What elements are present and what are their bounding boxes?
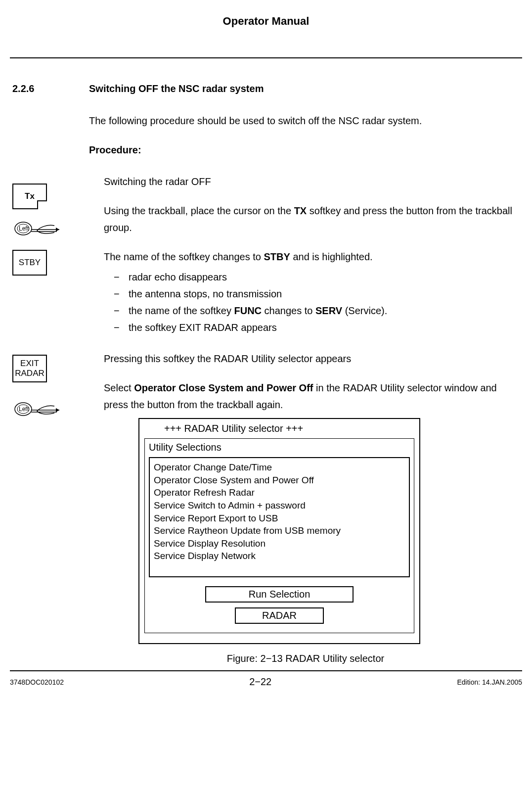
list-item[interactable]: Operator Change Date/Time (154, 461, 405, 474)
radar-button[interactable]: RADAR (235, 607, 324, 624)
step-5: Select Operator Close System and Power O… (89, 379, 522, 413)
figure-caption: Figure: 2−13 RADAR Utility selector (89, 653, 522, 664)
bullet-3-text: the name of the softkey FUNC changes to … (129, 303, 387, 319)
page-footer: 3748DOC020102 2−22 Edition: 14.JAN.2005 (10, 676, 522, 688)
exit-line2: RADAR (15, 369, 44, 378)
dialog-title: +++ RADAR Utility selector +++ (144, 423, 414, 434)
step3-text-a: The name of the softkey changes to (104, 251, 264, 262)
step5-bold: Operator Close System and Power Off (134, 382, 313, 393)
left-column: 2.2.6 Tx Left STBY EXIT RADAR (10, 83, 89, 670)
svg-text:Left: Left (19, 225, 29, 232)
svg-text:Left: Left (19, 406, 29, 413)
section-title: Switching OFF the NSC radar system (89, 83, 522, 94)
bullet-2-text: the antenna stops, no transmission (129, 286, 282, 302)
left-click-hand-icon: Left (12, 217, 67, 237)
footer-page-number: 2−22 (249, 676, 271, 688)
step2-text-a: Using the trackball, place the cursor on… (104, 205, 294, 216)
content-area: 2.2.6 Tx Left STBY EXIT RADAR (10, 83, 522, 670)
footer-edition: Edition: 14.JAN.2005 (457, 678, 522, 686)
procedure-label: Procedure: (89, 144, 522, 156)
page-header-title: Operator Manual (10, 15, 522, 28)
step-4: Pressing this softkey the RADAR Utility … (89, 350, 522, 367)
dialog-inner-frame: Utility Selections Operator Change Date/… (144, 438, 414, 633)
utility-selections-listbox[interactable]: Operator Change Date/Time Operator Close… (149, 457, 410, 577)
section-number: 2.2.6 (12, 83, 89, 94)
step-3: The name of the softkey changes to STBY … (89, 248, 522, 265)
step2-bold: TX (294, 205, 307, 216)
tx-softkey[interactable]: Tx (12, 184, 47, 209)
step3-bold: STBY (264, 251, 290, 262)
tx-softkey-group: Tx (12, 184, 89, 209)
exit-line1: EXIT (20, 359, 39, 369)
list-item[interactable]: Service Display Resolution (154, 537, 405, 550)
run-selection-button[interactable]: Run Selection (205, 586, 354, 603)
stby-softkey[interactable]: STBY (12, 250, 47, 276)
list-item[interactable]: Service Raytheon Update from USB memory (154, 524, 405, 537)
radar-utility-selector-dialog: +++ RADAR Utility selector +++ Utility S… (138, 418, 420, 644)
bullet-1-text: radar echo disappears (129, 269, 227, 285)
left-click-hand-icon-2: Left (12, 397, 67, 418)
exit-radar-softkey[interactable]: EXIT RADAR (12, 355, 47, 382)
intro-paragraph: The following procedure should be used t… (89, 114, 522, 127)
bullet-4: −the softkey EXIT RADAR appears (114, 320, 522, 335)
list-item[interactable]: Service Report Export to USB (154, 512, 405, 525)
list-item[interactable]: Service Display Network (154, 550, 405, 562)
bullet-1: −radar echo disappears (114, 269, 522, 285)
step3-text-c: and is highlighted. (290, 251, 373, 262)
bullet-3: −the name of the softkey FUNC changes to… (114, 303, 522, 319)
list-item[interactable]: Operator Refresh Radar (154, 486, 405, 499)
dialog-buttons: Run Selection RADAR (149, 586, 410, 624)
step-2: Using the trackball, place the cursor on… (89, 202, 522, 236)
bullet-4-text: the softkey EXIT RADAR appears (129, 320, 277, 335)
divider-bottom (10, 670, 522, 671)
right-column: Switching OFF the NSC radar system The f… (89, 83, 522, 670)
list-item[interactable]: Service Switch to Admin + password (154, 499, 405, 512)
divider-top (10, 57, 522, 58)
dialog-subtitle: Utility Selections (149, 442, 410, 453)
list-item[interactable]: Operator Close System and Power Off (154, 474, 405, 487)
step-1: Switching the radar OFF (89, 173, 522, 190)
step5-text-a: Select (104, 382, 134, 393)
bullet-2: −the antenna stops, no transmission (114, 286, 522, 302)
footer-doc-number: 3748DOC020102 (10, 678, 64, 686)
bullet-list: −radar echo disappears −the antenna stop… (89, 269, 522, 335)
